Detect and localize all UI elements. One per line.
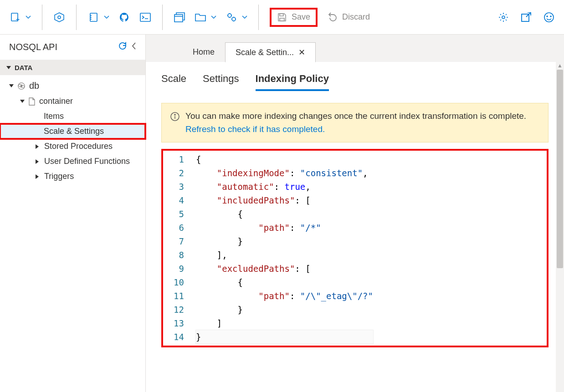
refresh-icon[interactable] — [118, 41, 127, 53]
sidebar-tree: db container Items Scale & Settings Stor… — [0, 75, 145, 187]
scroll-up-arrow[interactable]: ▲ — [556, 61, 564, 69]
sidebar-header: NOSQL API — [0, 35, 145, 60]
svg-marker-1 — [55, 13, 64, 22]
item-label: Stored Procedures — [44, 142, 113, 151]
caret-down-icon — [20, 100, 25, 103]
close-icon[interactable]: ✕ — [298, 47, 305, 57]
svg-point-10 — [544, 13, 554, 22]
sidebar-title: NOSQL API — [9, 42, 57, 52]
item-label: Scale & Settings — [44, 127, 104, 136]
open-external-icon[interactable] — [520, 11, 532, 23]
info-banner: You can make more indexing changes once … — [161, 103, 549, 143]
notebook-icon[interactable] — [87, 11, 99, 23]
undo-icon — [328, 12, 338, 22]
cosmos-icon[interactable] — [53, 11, 65, 23]
svg-point-12 — [550, 16, 551, 17]
tab-bar: Home Scale & Settin... ✕ — [146, 35, 564, 62]
toolbar-separator — [42, 5, 42, 30]
svg-point-8 — [502, 16, 505, 19]
scrollbar-thumb[interactable] — [557, 70, 563, 268]
caret-right-icon — [36, 144, 39, 149]
svg-point-11 — [547, 16, 548, 17]
github-icon[interactable] — [118, 11, 130, 23]
svg-point-6 — [228, 14, 231, 17]
collapse-icon[interactable] — [131, 41, 137, 53]
top-toolbar: Save Discard — [0, 0, 564, 35]
db-label: db — [29, 81, 39, 91]
gear-icon[interactable] — [497, 11, 509, 23]
chevron-down-icon[interactable] — [26, 15, 31, 20]
caret-down-icon — [9, 84, 14, 87]
chevron-down-icon[interactable] — [211, 15, 216, 20]
banner-text: You can make more indexing changes once … — [185, 110, 540, 136]
toolbar-separator — [76, 5, 77, 30]
subtab-settings[interactable]: Settings — [203, 73, 239, 91]
svg-point-7 — [232, 17, 236, 21]
feedback-smile-icon[interactable] — [543, 11, 555, 23]
database-icon — [17, 82, 26, 90]
sidebar-item-scale-settings[interactable]: Scale & Settings — [0, 124, 145, 139]
info-icon — [170, 112, 180, 126]
section-label: DATA — [15, 64, 32, 71]
save-button[interactable]: Save — [270, 8, 318, 27]
tab-scale-settings[interactable]: Scale & Settin... ✕ — [225, 42, 316, 62]
subtab-indexing-policy[interactable]: Indexing Policy — [256, 73, 329, 91]
editor-gutter: 1234567891011121314 — [163, 151, 196, 346]
caret-down-icon — [6, 66, 11, 69]
discard-label: Discard — [342, 12, 370, 22]
caret-right-icon — [36, 174, 39, 179]
subtab-scale[interactable]: Scale — [161, 73, 186, 91]
tab-label: Scale & Settin... — [236, 48, 294, 57]
caret-right-icon — [36, 159, 39, 164]
svg-point-15 — [21, 85, 22, 87]
sidebar-item-udf[interactable]: User Defined Functions — [0, 154, 145, 169]
tree-container-row[interactable]: container — [0, 94, 145, 109]
toolbar-separator — [162, 5, 163, 30]
item-label: Items — [44, 112, 64, 121]
tab-home[interactable]: Home — [182, 42, 225, 62]
vertical-scrollbar[interactable]: ▲ — [556, 61, 564, 392]
terminal-icon[interactable] — [139, 11, 151, 23]
sidebar: NOSQL API DATA db container — [0, 35, 146, 392]
editor-code[interactable]: { "indexingMode": "consistent", "automat… — [196, 151, 373, 346]
settings-gears-icon[interactable] — [226, 11, 237, 23]
sidebar-item-items[interactable]: Items — [0, 109, 145, 124]
banner-message: You can make more indexing changes once … — [185, 111, 526, 121]
content-area: Home Scale & Settin... ✕ Scale Settings … — [146, 35, 564, 392]
tab-label: Home — [193, 47, 215, 57]
document-icon — [28, 97, 36, 106]
svg-rect-4 — [140, 13, 150, 21]
folder-icon[interactable] — [195, 11, 206, 23]
item-label: User Defined Functions — [44, 157, 130, 166]
subtab-bar: Scale Settings Indexing Policy — [161, 73, 549, 91]
sidebar-item-stored-procedures[interactable]: Stored Procedures — [0, 139, 145, 154]
new-resource-icon[interactable] — [9, 11, 21, 23]
save-icon — [277, 12, 287, 22]
discard-button[interactable]: Discard — [322, 10, 375, 25]
chevron-down-icon[interactable] — [242, 15, 247, 20]
svg-point-2 — [58, 16, 61, 19]
chevron-down-icon[interactable] — [104, 15, 109, 20]
toolbar-separator — [258, 5, 259, 30]
tree-db-row[interactable]: db — [0, 78, 145, 94]
windows-icon[interactable] — [174, 11, 185, 23]
save-label: Save — [292, 12, 310, 22]
sidebar-section-data[interactable]: DATA — [0, 60, 145, 75]
svg-point-17 — [174, 114, 175, 115]
json-editor[interactable]: 1234567891011121314 { "indexingMode": "c… — [161, 149, 549, 347]
container-label: container — [39, 97, 73, 106]
banner-refresh-link[interactable]: Refresh to check if it has completed. — [185, 124, 325, 134]
item-label: Triggers — [44, 172, 74, 181]
svg-rect-5 — [174, 15, 183, 22]
sidebar-item-triggers[interactable]: Triggers — [0, 169, 145, 184]
